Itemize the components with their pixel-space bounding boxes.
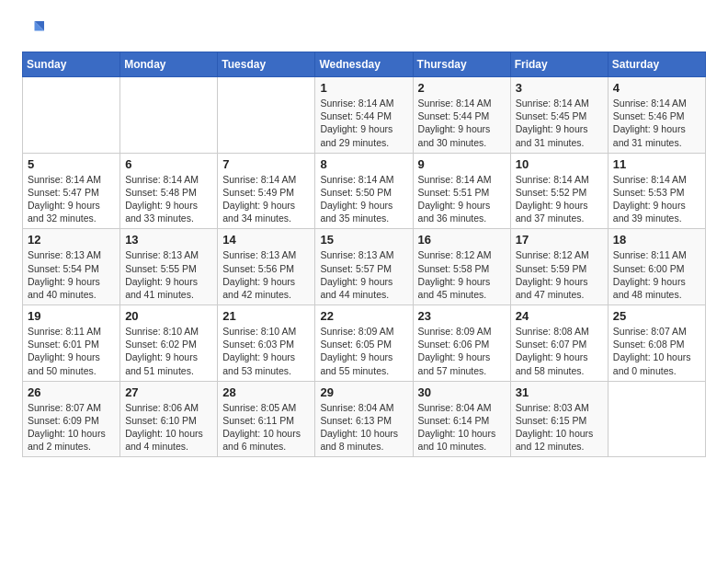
calendar-cell	[23, 77, 120, 154]
calendar-cell: 18Sunrise: 8:11 AM Sunset: 6:00 PM Dayli…	[608, 229, 705, 305]
day-info: Sunrise: 8:14 AM Sunset: 5:49 PM Dayligh…	[222, 173, 310, 225]
day-info: Sunrise: 8:12 AM Sunset: 5:59 PM Dayligh…	[516, 248, 603, 301]
calendar-cell: 16Sunrise: 8:12 AM Sunset: 5:58 PM Dayli…	[413, 229, 510, 305]
calendar-week-4: 19Sunrise: 8:11 AM Sunset: 6:01 PM Dayli…	[23, 305, 706, 382]
day-number: 31	[516, 385, 603, 399]
calendar-cell: 10Sunrise: 8:14 AM Sunset: 5:52 PM Dayli…	[510, 153, 608, 229]
calendar-cell: 14Sunrise: 8:13 AM Sunset: 5:56 PM Dayli…	[218, 229, 315, 305]
calendar-cell: 23Sunrise: 8:09 AM Sunset: 6:06 PM Dayli…	[413, 305, 510, 382]
day-number: 30	[418, 385, 506, 399]
logo	[22, 18, 48, 40]
calendar-cell: 2Sunrise: 8:14 AM Sunset: 5:44 PM Daylig…	[413, 77, 510, 154]
day-number: 17	[516, 233, 603, 247]
day-info: Sunrise: 8:14 AM Sunset: 5:44 PM Dayligh…	[320, 97, 407, 149]
calendar-week-2: 5Sunrise: 8:14 AM Sunset: 5:47 PM Daylig…	[23, 153, 706, 229]
day-info: Sunrise: 8:14 AM Sunset: 5:48 PM Dayligh…	[125, 173, 212, 225]
calendar-week-3: 12Sunrise: 8:13 AM Sunset: 5:54 PM Dayli…	[23, 229, 706, 305]
day-info: Sunrise: 8:13 AM Sunset: 5:57 PM Dayligh…	[320, 248, 407, 301]
day-number: 20	[125, 309, 212, 323]
day-info: Sunrise: 8:11 AM Sunset: 6:01 PM Dayligh…	[28, 325, 115, 377]
calendar-cell: 11Sunrise: 8:14 AM Sunset: 5:53 PM Dayli…	[608, 153, 705, 229]
day-number: 2	[418, 81, 506, 95]
calendar-cell: 12Sunrise: 8:13 AM Sunset: 5:54 PM Dayli…	[23, 229, 120, 305]
day-info: Sunrise: 8:06 AM Sunset: 6:10 PM Dayligh…	[125, 401, 212, 454]
day-number: 5	[28, 157, 115, 171]
day-number: 13	[125, 233, 212, 247]
day-info: Sunrise: 8:11 AM Sunset: 6:00 PM Dayligh…	[613, 248, 700, 301]
day-info: Sunrise: 8:13 AM Sunset: 5:56 PM Dayligh…	[222, 248, 310, 301]
weekday-header-monday: Monday	[120, 52, 218, 77]
day-info: Sunrise: 8:14 AM Sunset: 5:50 PM Dayligh…	[320, 173, 407, 225]
calendar-cell: 19Sunrise: 8:11 AM Sunset: 6:01 PM Dayli…	[23, 305, 120, 382]
day-number: 1	[320, 81, 407, 95]
day-number: 24	[516, 309, 603, 323]
day-number: 15	[320, 233, 407, 247]
calendar-week-1: 1Sunrise: 8:14 AM Sunset: 5:44 PM Daylig…	[23, 77, 706, 154]
calendar-cell: 4Sunrise: 8:14 AM Sunset: 5:46 PM Daylig…	[608, 77, 705, 154]
calendar-cell: 15Sunrise: 8:13 AM Sunset: 5:57 PM Dayli…	[315, 229, 413, 305]
weekday-header-saturday: Saturday	[608, 52, 705, 77]
day-number: 4	[613, 81, 700, 95]
day-info: Sunrise: 8:14 AM Sunset: 5:46 PM Dayligh…	[613, 97, 700, 149]
day-number: 12	[28, 233, 115, 247]
calendar-cell: 25Sunrise: 8:07 AM Sunset: 6:08 PM Dayli…	[608, 305, 705, 382]
day-number: 6	[125, 157, 212, 171]
weekday-header-wednesday: Wednesday	[315, 52, 413, 77]
weekday-header-row: SundayMondayTuesdayWednesdayThursdayFrid…	[23, 52, 706, 77]
calendar-cell	[218, 77, 315, 154]
day-number: 28	[222, 385, 310, 399]
day-info: Sunrise: 8:09 AM Sunset: 6:05 PM Dayligh…	[320, 325, 407, 377]
calendar-cell: 29Sunrise: 8:04 AM Sunset: 6:13 PM Dayli…	[315, 381, 413, 457]
day-number: 14	[222, 233, 310, 247]
day-number: 29	[320, 385, 407, 399]
calendar-cell: 20Sunrise: 8:10 AM Sunset: 6:02 PM Dayli…	[120, 305, 218, 382]
day-number: 9	[418, 157, 506, 171]
day-info: Sunrise: 8:14 AM Sunset: 5:52 PM Dayligh…	[516, 173, 603, 225]
day-number: 18	[613, 233, 700, 247]
day-number: 11	[613, 157, 700, 171]
day-number: 23	[418, 309, 506, 323]
day-number: 27	[125, 385, 212, 399]
logo-icon	[22, 18, 44, 40]
calendar-cell: 1Sunrise: 8:14 AM Sunset: 5:44 PM Daylig…	[315, 77, 413, 154]
calendar-cell: 5Sunrise: 8:14 AM Sunset: 5:47 PM Daylig…	[23, 153, 120, 229]
day-info: Sunrise: 8:03 AM Sunset: 6:15 PM Dayligh…	[516, 401, 603, 454]
day-info: Sunrise: 8:14 AM Sunset: 5:44 PM Dayligh…	[418, 97, 506, 149]
day-number: 3	[516, 81, 603, 95]
day-info: Sunrise: 8:07 AM Sunset: 6:08 PM Dayligh…	[613, 325, 700, 377]
day-info: Sunrise: 8:09 AM Sunset: 6:06 PM Dayligh…	[418, 325, 506, 377]
day-number: 26	[28, 385, 115, 399]
day-number: 22	[320, 309, 407, 323]
calendar-week-5: 26Sunrise: 8:07 AM Sunset: 6:09 PM Dayli…	[23, 381, 706, 457]
day-number: 10	[516, 157, 603, 171]
day-number: 19	[28, 309, 115, 323]
calendar-cell: 28Sunrise: 8:05 AM Sunset: 6:11 PM Dayli…	[218, 381, 315, 457]
calendar-cell: 3Sunrise: 8:14 AM Sunset: 5:45 PM Daylig…	[510, 77, 608, 154]
day-info: Sunrise: 8:13 AM Sunset: 5:54 PM Dayligh…	[28, 248, 115, 301]
day-info: Sunrise: 8:04 AM Sunset: 6:13 PM Dayligh…	[320, 401, 407, 454]
day-number: 21	[222, 309, 310, 323]
day-number: 25	[613, 309, 700, 323]
page-header	[22, 18, 706, 40]
calendar-table: SundayMondayTuesdayWednesdayThursdayFrid…	[22, 52, 706, 457]
day-info: Sunrise: 8:10 AM Sunset: 6:02 PM Dayligh…	[125, 325, 212, 377]
day-info: Sunrise: 8:04 AM Sunset: 6:14 PM Dayligh…	[418, 401, 506, 454]
calendar-cell: 22Sunrise: 8:09 AM Sunset: 6:05 PM Dayli…	[315, 305, 413, 382]
calendar-cell: 6Sunrise: 8:14 AM Sunset: 5:48 PM Daylig…	[120, 153, 218, 229]
day-number: 16	[418, 233, 506, 247]
calendar-cell: 31Sunrise: 8:03 AM Sunset: 6:15 PM Dayli…	[510, 381, 608, 457]
calendar-cell: 7Sunrise: 8:14 AM Sunset: 5:49 PM Daylig…	[218, 153, 315, 229]
day-info: Sunrise: 8:05 AM Sunset: 6:11 PM Dayligh…	[222, 401, 310, 454]
calendar-cell	[608, 381, 705, 457]
day-info: Sunrise: 8:07 AM Sunset: 6:09 PM Dayligh…	[28, 401, 115, 454]
day-info: Sunrise: 8:12 AM Sunset: 5:58 PM Dayligh…	[418, 248, 506, 301]
day-info: Sunrise: 8:14 AM Sunset: 5:47 PM Dayligh…	[28, 173, 115, 225]
day-number: 8	[320, 157, 407, 171]
calendar-cell: 30Sunrise: 8:04 AM Sunset: 6:14 PM Dayli…	[413, 381, 510, 457]
calendar-cell: 8Sunrise: 8:14 AM Sunset: 5:50 PM Daylig…	[315, 153, 413, 229]
day-info: Sunrise: 8:14 AM Sunset: 5:45 PM Dayligh…	[516, 97, 603, 149]
weekday-header-sunday: Sunday	[23, 52, 120, 77]
calendar-cell: 24Sunrise: 8:08 AM Sunset: 6:07 PM Dayli…	[510, 305, 608, 382]
weekday-header-thursday: Thursday	[413, 52, 510, 77]
day-info: Sunrise: 8:10 AM Sunset: 6:03 PM Dayligh…	[222, 325, 310, 377]
